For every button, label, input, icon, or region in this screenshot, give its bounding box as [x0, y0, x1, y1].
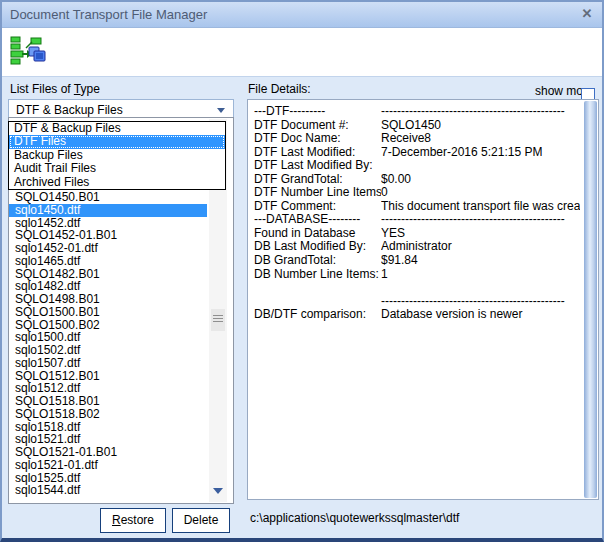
chevron-down-icon — [217, 108, 225, 113]
details-row: DTF Doc Name:Receive8 — [254, 132, 580, 146]
restore-suffix: estore — [121, 513, 154, 527]
close-icon[interactable]: ✕ — [579, 6, 595, 22]
restore-mnemonic: R — [112, 513, 121, 527]
toolbar-strip — [2, 29, 602, 76]
details-row-value: SQLO1450 — [381, 119, 580, 133]
file-list-item[interactable]: sqlo1502.dtf — [9, 344, 207, 357]
dropdown-option[interactable]: Backup Files — [9, 149, 225, 162]
details-row-label: DTF Document #: — [254, 119, 381, 133]
details-row-label: DTF Number Line Items: — [254, 186, 381, 200]
details-row-value: ----------------------------------------… — [381, 213, 580, 227]
file-list-item[interactable]: SQLO1521-01.B01 — [9, 446, 207, 459]
details-row: DTF GrandTotal:$0.00 — [254, 173, 580, 187]
details-row — [254, 281, 580, 295]
window-title: Document Transport File Manager — [10, 7, 207, 22]
dropdown-option[interactable]: DTF & Backup Files — [9, 122, 225, 135]
details-row: DB GrandTotal:$91.84 — [254, 254, 580, 268]
details-row-value: Receive8 — [381, 132, 580, 146]
details-scrollbar[interactable] — [584, 101, 597, 498]
file-list-item[interactable]: SQLO1518.B01 — [9, 395, 207, 408]
file-list: SQLO1450.B01sqlo1450.dtfsqlo1452.dtfSQLO… — [9, 191, 207, 497]
details-row-label: DB GrandTotal: — [254, 254, 381, 268]
details-row-label: DTF Comment: — [254, 200, 381, 214]
dtf-manager-window: Document Transport File Manager ✕ List F… — [0, 0, 604, 542]
details-row: Found in DatabaseYES — [254, 227, 580, 241]
details-rows: ---DTF----------------------------------… — [254, 105, 580, 322]
scrollbar-thumb[interactable] — [211, 309, 225, 331]
details-row-value: 1 — [381, 268, 580, 282]
label-suffix: ype — [80, 82, 99, 96]
details-row-value — [381, 281, 580, 295]
file-list-item[interactable]: sqlo1507.dtf — [9, 357, 207, 370]
details-row-label: DTF Last Modified: — [254, 146, 381, 160]
details-row-label: ---DATABASE-------- — [254, 213, 381, 227]
details-row-label: DTF Last Modified By: — [254, 159, 381, 173]
file-list-item[interactable]: sqlo1544.dtf — [9, 484, 207, 497]
delete-button[interactable]: Delete — [172, 508, 230, 533]
details-row-value: Administrator — [381, 240, 580, 254]
file-list-item[interactable]: SQLO1518.B02 — [9, 408, 207, 421]
dropdown-option[interactable]: Audit Trail Files — [9, 162, 225, 175]
document-transport-icon — [10, 34, 46, 70]
details-row-label: DB Number Line Items: — [254, 268, 381, 282]
title-bar: Document Transport File Manager ✕ — [2, 2, 602, 28]
details-row: DB Last Modified By:Administrator — [254, 240, 580, 254]
dropdown-option[interactable]: DTF Files — [9, 135, 225, 148]
scrollbar-down-arrow-icon[interactable] — [213, 488, 223, 494]
details-row-value: 7-December-2016 5:21:15 PM — [381, 146, 580, 160]
details-row-value: Database version is newer — [381, 308, 580, 322]
dropdown-option[interactable]: Archived Files — [9, 176, 225, 189]
file-list-item[interactable]: SQLO1500.B01 — [9, 306, 207, 319]
details-row-value: This document transport file was created… — [381, 200, 580, 214]
details-row-label: DTF GrandTotal: — [254, 173, 381, 187]
details-row: DTF Number Line Items:0 — [254, 186, 580, 200]
details-row-label: ---DTF--------- — [254, 105, 381, 119]
details-row: DB Number Line Items:1 — [254, 268, 580, 282]
details-row-label — [254, 295, 381, 309]
details-row-value: ----------------------------------------… — [381, 105, 580, 119]
list-files-of-type-label: List Files of Type — [10, 82, 100, 96]
details-row-value: ----------------------------------------… — [381, 295, 580, 309]
details-row-label: Found in Database — [254, 227, 381, 241]
details-row-label — [254, 281, 381, 295]
details-row-value: $0.00 — [381, 173, 580, 187]
file-details-panel: ---DTF----------------------------------… — [247, 99, 599, 500]
details-row-label: DB Last Modified By: — [254, 240, 381, 254]
details-row-value: $91.84 — [381, 254, 580, 268]
label-prefix: List Files of — [10, 82, 74, 96]
details-row-label: DTF Doc Name: — [254, 132, 381, 146]
details-row: DTF Comment:This document transport file… — [254, 200, 580, 214]
details-row: ---DATABASE-----------------------------… — [254, 213, 580, 227]
file-type-selected-value: DTF & Backup Files — [16, 103, 123, 117]
details-row: ----------------------------------------… — [254, 295, 580, 309]
file-list-item[interactable]: SQLO1450.B01 — [9, 191, 207, 204]
details-row-value — [381, 159, 580, 173]
restore-button[interactable]: Restore — [100, 508, 166, 533]
details-row: DTF Last Modified:7-December-2016 5:21:1… — [254, 146, 580, 160]
file-list-item[interactable]: sqlo1465.dtf — [9, 255, 207, 268]
dtf-folder-path: c:\applications\quotewerkssqlmaster\dtf — [250, 511, 459, 525]
file-list-item[interactable]: SQLO1498.B01 — [9, 293, 207, 306]
details-row: ---DTF----------------------------------… — [254, 105, 580, 119]
file-details-label: File Details: — [248, 82, 311, 96]
details-row: DB/DTF comparison:Database version is ne… — [254, 308, 580, 322]
file-list-item[interactable]: sqlo1521-01.dtf — [9, 459, 207, 472]
file-list-item[interactable]: sqlo1452-01.dtf — [9, 242, 207, 255]
details-row: DTF Document #:SQLO1450 — [254, 119, 580, 133]
details-row-value: 0 — [381, 186, 580, 200]
details-row-label: DB/DTF comparison: — [254, 308, 381, 322]
file-type-dropdown[interactable]: DTF & Backup FilesDTF FilesBackup FilesA… — [8, 121, 226, 190]
file-list-item[interactable]: sqlo1450.dtf — [9, 204, 207, 217]
details-row-value: YES — [381, 227, 580, 241]
details-row: DTF Last Modified By: — [254, 159, 580, 173]
